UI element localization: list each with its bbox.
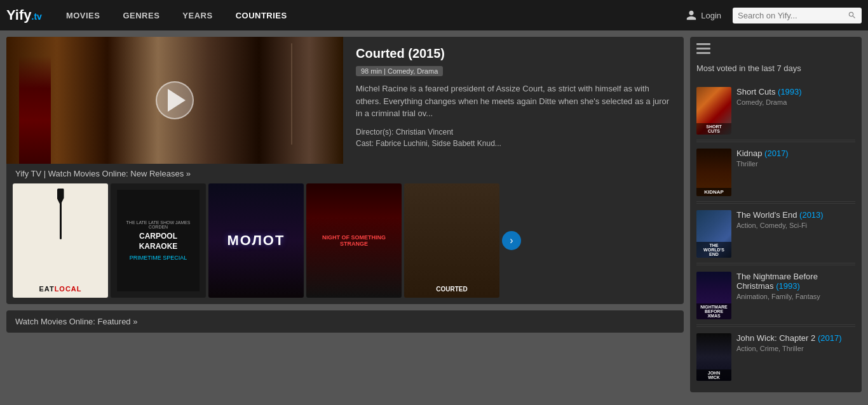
carpool-show-label: THE LATE LATE SHOW JAMES CORDEN	[122, 220, 194, 229]
person-icon	[686, 10, 697, 21]
movies-row: EATLOCAL THE LATE LATE SHOW JAMES CORDEN…	[6, 183, 684, 304]
sidebar-movie-genre-nightmare: Animation, Family, Fantasy	[736, 293, 855, 300]
sidebar-movie-genre-worlds-end: Action, Comedy, Sci-Fi	[736, 222, 855, 229]
svg-rect-2	[696, 52, 710, 54]
carpool-title-label: CARPOOL KARAOKE	[122, 232, 194, 251]
sidebar-thumb-kidnap: KIDNAP	[696, 149, 731, 196]
sidebar-movie-genre-short-cuts: Comedy, Drama	[736, 98, 855, 106]
sidebar-divider-3	[696, 265, 855, 265]
featured-movie-title: Courted (2015)	[356, 46, 671, 61]
play-triangle-icon	[168, 89, 186, 112]
featured-director: Director(s): Christian Vincent	[356, 128, 671, 136]
sidebar-movie-title-nightmare: The Nightmare Before Christmas (1993)	[736, 272, 855, 291]
right-sidebar: Most voted in the last 7 days SHORTCUTS …	[690, 37, 862, 392]
play-button[interactable]	[156, 81, 194, 119]
nav-countries[interactable]: COUNTRIES	[224, 0, 299, 30]
sidebar-movie-genre-kidnap: Thriller	[736, 160, 855, 168]
sidebar-movie-title-short-cuts: Short Cuts (1993)	[736, 87, 855, 96]
sidebar-movie-john-wick[interactable]: JOHNWICK John Wick: Chapter 2 (2017) Act…	[696, 328, 855, 386]
sidebar-movie-genre-john-wick: Action, Crime, Thriller	[736, 345, 855, 352]
header: Yify.tv MOVIES GENRES YEARS COUNTRIES Lo…	[0, 0, 868, 30]
worlds-end-thumb-label: THEWORLD'SEND	[696, 242, 731, 258]
main-nav: MOVIES GENRES YEARS COUNTRIES	[55, 0, 674, 30]
kidnap-thumb-label: KIDNAP	[696, 188, 731, 196]
sidebar-movie-info-john-wick: John Wick: Chapter 2 (2017) Action, Crim…	[736, 333, 855, 381]
cast-label: Cast:	[356, 139, 374, 148]
eat-local-accent: LOCAL	[55, 285, 82, 293]
sidebar-divider-1	[696, 142, 855, 142]
site-logo[interactable]: Yify.tv	[6, 7, 42, 23]
login-button[interactable]: Login	[674, 10, 733, 21]
movie-thumb-night[interactable]: NIGHT OF SOMETHING STRANGE	[306, 183, 402, 298]
carpool-subtitle-label: PRIMETIME SPECIAL	[130, 255, 187, 261]
sidebar-movie-kidnap[interactable]: KIDNAP Kidnap (2017) Thriller	[696, 143, 855, 202]
nav-movies[interactable]: MOVIES	[55, 0, 112, 30]
featured-cast: Cast: Fabrice Luchini, Sidse Babett Knud…	[356, 139, 671, 148]
director-name: Christian Vincent	[396, 128, 454, 136]
director-label: Director(s):	[356, 128, 393, 136]
new-releases-link[interactable]: Yify TV | Watch Movies Online: New Relea…	[15, 169, 191, 178]
nightmare-thumb-label: NIGHTMAREBEFOREXMAS	[696, 303, 731, 319]
movie-thumb-courted[interactable]: COURTED	[404, 183, 499, 298]
sidebar-divider-4	[696, 326, 855, 327]
cast-names: Fabrice Luchini, Sidse Babett Knud...	[376, 139, 501, 148]
movie-thumb-carpool[interactable]: THE LATE LATE SHOW JAMES CORDEN CARPOOL …	[111, 183, 206, 298]
eat-local-label: EAT	[39, 285, 54, 293]
main-content: Courted (2015) 98 min | Comedy, Drama Mi…	[0, 30, 868, 399]
center-column: Courted (2015) 98 min | Comedy, Drama Mi…	[6, 37, 684, 392]
svg-rect-1	[696, 48, 710, 50]
watch-featured-section: Watch Movies Online: Featured »	[6, 310, 684, 333]
sidebar-divider-2	[696, 203, 855, 204]
sidebar-thumb-nightmare: NIGHTMAREBEFOREXMAS	[696, 272, 731, 319]
featured-top: Courted (2015) 98 min | Comedy, Drama Mi…	[6, 37, 684, 164]
john-wick-thumb-label: JOHNWICK	[696, 369, 731, 381]
login-label: Login	[701, 11, 721, 20]
sidebar-thumb-worlds-end: THEWORLD'SEND	[696, 210, 731, 258]
molot-title: МОЛОТ	[227, 232, 285, 249]
chevron-right-icon: ›	[510, 235, 513, 246]
sidebar-movie-title-kidnap: Kidnap (2017)	[736, 149, 855, 158]
sidebar-movie-nightmare[interactable]: NIGHTMAREBEFOREXMAS The Nightmare Before…	[696, 267, 855, 325]
sidebar-movie-title-john-wick: John Wick: Chapter 2 (2017)	[736, 333, 855, 343]
nav-genres[interactable]: GENRES	[111, 0, 171, 30]
new-releases-header: Yify TV | Watch Movies Online: New Relea…	[6, 164, 684, 183]
featured-description: Michel Racine is a feared president of A…	[356, 83, 671, 120]
sidebar-title: Most voted in the last 7 days	[696, 63, 855, 74]
featured-video[interactable]	[6, 37, 343, 164]
featured-info: Courted (2015) 98 min | Comedy, Drama Mi…	[343, 37, 684, 164]
nav-years[interactable]: YEARS	[171, 0, 224, 30]
sidebar-movie-title-worlds-end: The World's End (2013)	[736, 210, 855, 220]
sidebar-movie-info-nightmare: The Nightmare Before Christmas (1993) An…	[736, 272, 855, 319]
sidebar-movie-info-short-cuts: Short Cuts (1993) Comedy, Drama	[736, 87, 855, 135]
sidebar-movie-info-worlds-end: The World's End (2013) Action, Comedy, S…	[736, 210, 855, 258]
courted-title: COURTED	[431, 281, 472, 298]
hamburger-icon	[696, 43, 710, 55]
watch-featured-link[interactable]: Watch Movies Online: Featured »	[15, 317, 137, 326]
sidebar-movie-info-kidnap: Kidnap (2017) Thriller	[736, 149, 855, 196]
logo-tv: .tv	[32, 11, 42, 22]
sidebar-movie-short-cuts[interactable]: SHORTCUTS Short Cuts (1993) Comedy, Dram…	[696, 82, 855, 140]
sidebar-movie-worlds-end[interactable]: THEWORLD'SEND The World's End (2013) Act…	[696, 205, 855, 263]
featured-meta-badge: 98 min | Comedy, Drama	[356, 66, 443, 76]
next-arrow-button[interactable]: ›	[502, 231, 521, 250]
movie-thumb-eat-local[interactable]: EATLOCAL	[13, 183, 108, 298]
short-cuts-thumb-label: SHORTCUTS	[696, 123, 731, 135]
sidebar-thumb-john-wick: JOHNWICK	[696, 333, 731, 381]
featured-card: Courted (2015) 98 min | Comedy, Drama Mi…	[6, 37, 684, 304]
logo-yify: Yify	[6, 7, 32, 23]
video-play-overlay	[6, 37, 343, 164]
search-input[interactable]	[738, 11, 844, 20]
svg-rect-0	[696, 43, 710, 45]
search-box	[733, 8, 862, 23]
movie-thumb-molot[interactable]: МОЛОТ	[208, 183, 304, 298]
list-icon	[696, 43, 855, 58]
search-icon	[848, 11, 857, 20]
sidebar-thumb-short-cuts: SHORTCUTS	[696, 87, 731, 135]
night-title: NIGHT OF SOMETHING STRANGE	[306, 231, 402, 250]
